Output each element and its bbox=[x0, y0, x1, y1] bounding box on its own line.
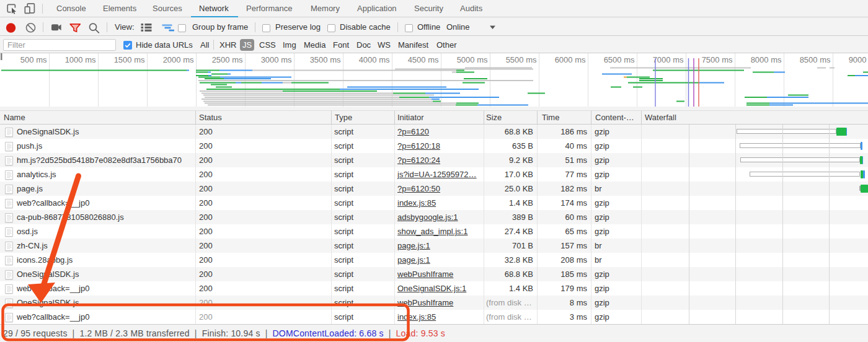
svg-text:8000 ms: 8000 ms bbox=[751, 55, 782, 64]
svg-text:6000 ms: 6000 ms bbox=[555, 55, 586, 64]
svg-text:7000 ms: 7000 ms bbox=[653, 55, 684, 64]
svg-text:1000 ms: 1000 ms bbox=[65, 55, 96, 64]
svg-text:6500 ms: 6500 ms bbox=[604, 55, 635, 64]
svg-text:3500 ms: 3500 ms bbox=[310, 55, 341, 64]
svg-text:4000 ms: 4000 ms bbox=[359, 55, 390, 64]
svg-text:8500 ms: 8500 ms bbox=[800, 55, 831, 64]
svg-text:1500 ms: 1500 ms bbox=[114, 55, 145, 64]
svg-text:9000 ms: 9000 ms bbox=[849, 55, 868, 64]
svg-text:4500 ms: 4500 ms bbox=[408, 55, 439, 64]
svg-text:7500 ms: 7500 ms bbox=[702, 55, 733, 64]
svg-text:500 ms: 500 ms bbox=[20, 55, 47, 64]
svg-text:2500 ms: 2500 ms bbox=[212, 55, 243, 64]
svg-text:3000 ms: 3000 ms bbox=[261, 55, 292, 64]
svg-text:5000 ms: 5000 ms bbox=[457, 55, 488, 64]
svg-text:5500 ms: 5500 ms bbox=[506, 55, 537, 64]
svg-text:2000 ms: 2000 ms bbox=[163, 55, 194, 64]
